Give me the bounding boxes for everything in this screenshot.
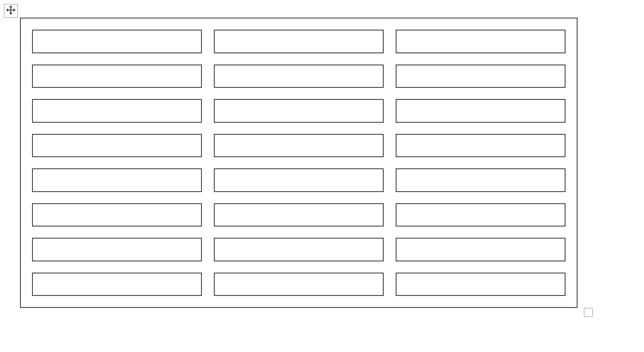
table-cell[interactable] xyxy=(32,238,202,261)
table-cell[interactable] xyxy=(214,30,384,53)
move-icon xyxy=(6,5,16,16)
table-cell[interactable] xyxy=(396,134,566,158)
table-cell[interactable] xyxy=(396,273,566,296)
table-cell[interactable] xyxy=(396,99,566,123)
table-cell[interactable] xyxy=(32,30,202,53)
table-grid xyxy=(32,30,566,296)
table-cell[interactable] xyxy=(214,99,384,123)
table-cell[interactable] xyxy=(32,273,202,296)
table-cell[interactable] xyxy=(396,30,566,53)
table-cell[interactable] xyxy=(214,203,384,227)
table-container[interactable] xyxy=(20,18,578,308)
table-cell[interactable] xyxy=(396,168,566,192)
table-cell[interactable] xyxy=(214,65,384,88)
table-cell[interactable] xyxy=(32,65,202,88)
table-cell[interactable] xyxy=(32,203,202,227)
table-cell[interactable] xyxy=(214,168,384,192)
table-cell[interactable] xyxy=(396,65,566,88)
table-cell[interactable] xyxy=(214,273,384,296)
resize-handle[interactable] xyxy=(584,308,593,317)
table-cell[interactable] xyxy=(214,134,384,158)
table-cell[interactable] xyxy=(214,238,384,261)
table-cell[interactable] xyxy=(32,134,202,158)
table-cell[interactable] xyxy=(396,238,566,261)
table-cell[interactable] xyxy=(32,99,202,123)
table-cell[interactable] xyxy=(32,168,202,192)
move-handle[interactable] xyxy=(4,4,18,18)
table-cell[interactable] xyxy=(396,203,566,227)
